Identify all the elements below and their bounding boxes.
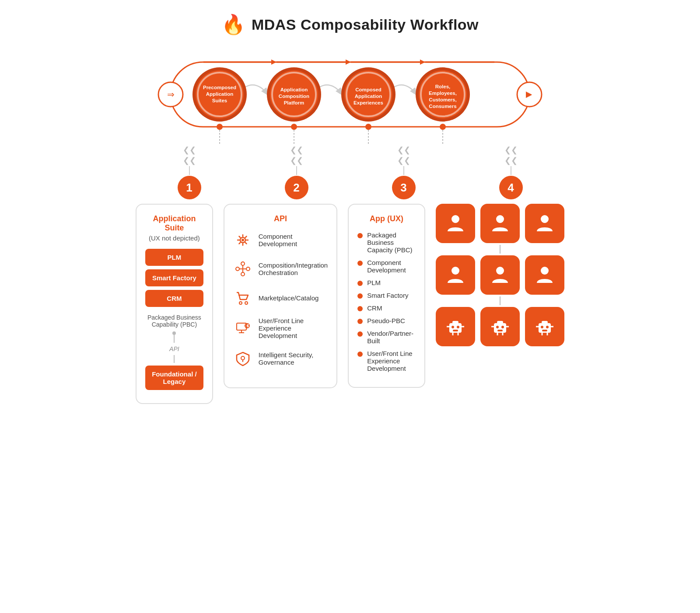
svg-point-59	[241, 356, 245, 360]
svg-point-54	[245, 302, 248, 304]
step-badge-1: 1	[178, 176, 201, 199]
svg-text:Roles,: Roles,	[435, 84, 451, 89]
shield-icon	[233, 349, 252, 368]
people-row-2	[436, 255, 564, 295]
panel1-api-label: API	[145, 345, 203, 352]
person-card-1	[436, 204, 475, 243]
panel-app-ux: App (UX) Packaged Business Capacity (PBC…	[348, 204, 425, 388]
svg-point-48	[246, 267, 250, 271]
svg-point-69	[452, 326, 454, 328]
svg-text:Precomposed: Precomposed	[203, 85, 236, 90]
svg-point-46	[242, 239, 244, 241]
svg-point-79	[501, 326, 504, 328]
flow-svg: ⇒ ⯈ Precomposed Application Suites Appli…	[136, 49, 564, 145]
robot-row	[436, 307, 564, 346]
svg-point-53	[239, 302, 242, 304]
svg-point-50	[236, 267, 239, 271]
step-badge-4: 4	[499, 176, 523, 199]
svg-point-49	[241, 272, 245, 276]
api-item-1: Component Development	[233, 230, 328, 250]
panel1-connector	[145, 331, 203, 343]
panel-application-suite: Application Suite (UX not depicted) PLM …	[136, 204, 213, 404]
person-card-3	[525, 204, 564, 243]
person-card-5	[480, 255, 520, 295]
api-item-5-label: Intelligent Security, Governance	[259, 351, 328, 366]
btn-plm[interactable]: PLM	[145, 249, 203, 266]
flow-diagram: ⇒ ⯈ Precomposed Application Suites Appli…	[136, 49, 564, 145]
ux-item-2: Component Development	[357, 259, 416, 274]
svg-point-61	[452, 215, 459, 223]
svg-text:Customers,: Customers,	[429, 97, 456, 102]
svg-point-87	[541, 326, 543, 328]
api-item-4: User/Front Line Experience Development	[233, 317, 328, 339]
page-header: 🔥 MDAS Composability Workflow	[221, 13, 479, 36]
btn-foundational-legacy[interactable]: Foundational / Legacy	[145, 366, 203, 390]
panel-people-grid	[436, 204, 564, 346]
ux-item-4: Smart Factory	[357, 292, 416, 299]
person-card-6	[525, 255, 564, 295]
svg-text:Consumers: Consumers	[429, 104, 456, 109]
gear-icon	[233, 230, 252, 250]
svg-point-70	[457, 326, 459, 328]
page-title: MDAS Composability Workflow	[252, 16, 479, 33]
monitor-gear-icon	[233, 319, 252, 338]
svg-point-37	[217, 124, 223, 130]
person-card-4	[436, 255, 475, 295]
svg-text:Application: Application	[206, 91, 234, 97]
svg-text:⇒: ⇒	[167, 90, 175, 99]
svg-rect-68	[452, 321, 458, 324]
svg-point-66	[541, 267, 549, 275]
svg-rect-86	[542, 321, 548, 324]
svg-text:Application: Application	[280, 87, 308, 92]
svg-marker-4	[346, 59, 351, 65]
panel3-title: App (UX)	[357, 214, 416, 223]
panel1-plain-text: Packaged Business Capability (PBC)	[145, 314, 203, 328]
svg-point-40	[440, 124, 446, 130]
svg-text:⯈: ⯈	[525, 91, 533, 100]
svg-point-63	[541, 215, 549, 223]
cart-icon	[233, 288, 252, 307]
robot-card-2	[480, 307, 520, 346]
robot-card-1	[436, 307, 475, 346]
ux-item-1: Packaged Business Capacity (PBC)	[357, 231, 416, 254]
ux-item-5: CRM	[357, 304, 416, 312]
btn-crm[interactable]: CRM	[145, 290, 203, 307]
svg-text:Employees,: Employees,	[429, 91, 457, 96]
api-item-3-label: Marketplace/Catalog	[259, 294, 319, 302]
api-item-3: Marketplace/Catalog	[233, 288, 328, 307]
robot-card-3	[525, 307, 564, 346]
svg-point-38	[291, 124, 297, 130]
btn-smart-factory[interactable]: Smart Factory	[145, 269, 203, 286]
svg-point-47	[241, 262, 245, 265]
ux-item-3: PLM	[357, 279, 416, 286]
svg-rect-89	[542, 330, 547, 331]
bottom-panels: Application Suite (UX not depicted) PLM …	[136, 204, 564, 404]
svg-text:Composition: Composition	[279, 94, 309, 99]
connector-col-1: ❮❮ ❮❮ 1	[144, 145, 235, 199]
svg-rect-77	[497, 321, 503, 324]
api-item-2: Composition/Integration Orchestration	[233, 259, 328, 279]
svg-text:Experiences: Experiences	[354, 100, 383, 105]
svg-marker-2	[271, 59, 276, 65]
people-connector-2	[500, 296, 500, 305]
svg-rect-80	[497, 330, 503, 331]
cross-icon	[233, 259, 252, 279]
panel-api: API Component Development	[224, 204, 337, 388]
svg-text:Platform: Platform	[284, 100, 304, 105]
step-badge-2: 2	[285, 176, 308, 199]
panel1-title: Application Suite	[145, 214, 203, 233]
person-card-2	[480, 204, 520, 243]
svg-point-88	[546, 326, 549, 328]
ux-item-7: Vendor/Partner-Built	[357, 330, 416, 345]
svg-point-65	[496, 267, 504, 275]
svg-text:Suites: Suites	[212, 98, 228, 103]
panel1-subtitle: (UX not depicted)	[145, 234, 203, 242]
svg-text:Composed: Composed	[355, 87, 381, 92]
people-connector-1	[500, 245, 500, 254]
connector-col-2: ❮❮ ❮❮ 2	[251, 145, 343, 199]
svg-point-39	[365, 124, 371, 130]
connector-col-4: ❮❮ ❮❮ 4	[465, 145, 557, 199]
ux-item-6: Pseudo-PBC	[357, 317, 416, 324]
connector-col-3: ❮❮ ❮❮ 3	[358, 145, 450, 199]
svg-marker-6	[420, 59, 425, 65]
